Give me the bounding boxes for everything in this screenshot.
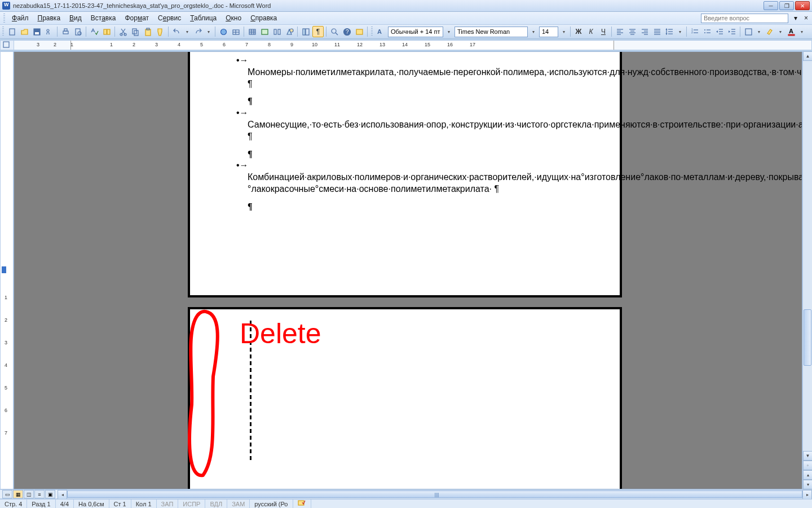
- status-rec[interactable]: ЗАП: [157, 500, 179, 508]
- print-button[interactable]: [60, 26, 71, 37]
- copy-button[interactable]: [130, 26, 141, 37]
- status-line[interactable]: Ст 1: [109, 500, 131, 508]
- redo-dropdown[interactable]: ▾: [204, 29, 213, 34]
- font-selector[interactable]: Times New Roman: [454, 27, 528, 37]
- hyperlink-button[interactable]: [218, 26, 229, 37]
- permissions-button[interactable]: [43, 26, 55, 37]
- status-ovr[interactable]: ЗАМ: [227, 500, 250, 508]
- status-trk[interactable]: ИСПР: [178, 500, 205, 508]
- align-center-button[interactable]: [626, 26, 638, 37]
- horizontal-ruler[interactable]: 321 123 456 789 101112 131415 1617: [0, 40, 812, 50]
- borders-button[interactable]: [743, 26, 754, 37]
- undo-dropdown[interactable]: ▾: [183, 29, 192, 34]
- research-button[interactable]: [101, 26, 112, 37]
- body-text[interactable]: Комбинацией·акриловых·полимеров·и·органи…: [248, 160, 586, 195]
- menu-file[interactable]: Файл: [7, 13, 33, 23]
- increase-indent-button[interactable]: [726, 26, 738, 37]
- vertical-ruler[interactable]: 1 2 3 4 5 6 7: [0, 51, 14, 489]
- align-justify-button[interactable]: [651, 26, 663, 37]
- italic-button[interactable]: К: [585, 26, 597, 37]
- menu-window[interactable]: Окно: [221, 13, 246, 23]
- spellcheck-button[interactable]: [89, 26, 100, 37]
- undo-button[interactable]: [171, 26, 182, 37]
- bullet-list-button[interactable]: [701, 26, 713, 37]
- open-button[interactable]: [19, 26, 30, 37]
- outline-view-button[interactable]: ≡: [34, 490, 45, 498]
- print-preview-button[interactable]: [72, 26, 83, 37]
- highlight-dropdown[interactable]: ▾: [776, 29, 785, 34]
- minimize-button[interactable]: ─: [764, 1, 778, 10]
- borders-dropdown[interactable]: ▾: [754, 29, 764, 34]
- reading-view-button[interactable]: ▣: [45, 490, 55, 498]
- status-page[interactable]: Стр. 4: [0, 500, 27, 508]
- body-text[interactable]: Мономеры·полиметилметакрилата,·получаемы…: [248, 55, 586, 90]
- highlight-button[interactable]: [764, 26, 775, 37]
- status-language[interactable]: русский (Ро: [250, 500, 293, 508]
- horizontal-scrollbar[interactable]: ◂ ▸: [58, 490, 812, 498]
- bold-button[interactable]: Ж: [573, 26, 584, 37]
- drawing-button[interactable]: [284, 26, 295, 37]
- scroll-up-button[interactable]: ▲: [803, 51, 812, 61]
- align-right-button[interactable]: [639, 26, 650, 37]
- tables-borders-button[interactable]: [230, 26, 241, 37]
- status-section[interactable]: Разд 1: [27, 500, 55, 508]
- toolbar-grip[interactable]: [3, 14, 5, 23]
- next-page-button[interactable]: ▾: [803, 480, 812, 489]
- line-spacing-button[interactable]: [664, 26, 675, 37]
- status-position[interactable]: На 0,6см: [74, 500, 109, 508]
- cut-button[interactable]: [117, 26, 129, 37]
- ruler-corner[interactable]: [1, 41, 14, 50]
- document-canvas[interactable]: Мономеры·полиметилметакрилата,·получаемы…: [14, 51, 802, 489]
- font-size-selector[interactable]: 14: [539, 27, 558, 37]
- vertical-scrollbar[interactable]: ▲ ▼ ◦ ▴ ▾: [802, 51, 812, 489]
- menu-edit[interactable]: Правка: [33, 13, 65, 23]
- show-hide-button[interactable]: ¶: [312, 26, 324, 37]
- menu-view[interactable]: Вид: [65, 13, 86, 23]
- help-search-input[interactable]: [701, 14, 788, 23]
- body-text[interactable]: Самонесущие,·то·есть·без·использования·о…: [248, 107, 586, 142]
- help-button[interactable]: ?: [341, 26, 352, 37]
- menu-table[interactable]: Таблица: [186, 13, 221, 23]
- styles-pane-button[interactable]: A: [375, 26, 386, 37]
- new-doc-button[interactable]: [6, 26, 17, 37]
- zoom-button[interactable]: [329, 26, 340, 37]
- insert-worksheet-button[interactable]: [259, 26, 270, 37]
- style-dropdown-icon[interactable]: ▾: [444, 29, 453, 34]
- menu-format[interactable]: Формат: [120, 13, 153, 23]
- print-layout-view-button[interactable]: ▦: [13, 490, 23, 498]
- status-ext[interactable]: ВДЛ: [205, 500, 227, 508]
- insert-table-button[interactable]: [246, 26, 258, 37]
- doc-map-button[interactable]: [300, 26, 311, 37]
- status-column[interactable]: Кол 1: [131, 500, 157, 508]
- scroll-right-button[interactable]: ▸: [802, 490, 812, 500]
- menu-insert[interactable]: Вставка: [86, 13, 121, 23]
- status-spellcheck-icon[interactable]: [293, 500, 311, 508]
- underline-button[interactable]: Ч: [598, 26, 609, 37]
- browse-object-button[interactable]: ◦: [803, 461, 812, 470]
- close-button[interactable]: ✕: [795, 1, 810, 10]
- prev-page-button[interactable]: ▴: [803, 470, 812, 480]
- scroll-thumb[interactable]: [804, 309, 811, 366]
- status-pages[interactable]: 4/4: [56, 500, 74, 508]
- style-selector[interactable]: Обычный + 14 пт: [388, 27, 443, 37]
- font-color-dropdown[interactable]: ▾: [797, 29, 806, 34]
- format-painter-button[interactable]: [155, 26, 166, 37]
- columns-button[interactable]: [271, 26, 283, 37]
- document-page[interactable]: Мономеры·полиметилметакрилата,·получаемы…: [188, 51, 622, 297]
- paste-button[interactable]: [142, 26, 153, 37]
- maximize-button[interactable]: ❐: [779, 1, 794, 10]
- scroll-thumb[interactable]: [67, 491, 802, 498]
- read-mode-button[interactable]: [354, 26, 365, 37]
- scroll-down-button[interactable]: ▼: [803, 451, 812, 461]
- font-color-button[interactable]: A: [785, 26, 797, 37]
- decrease-indent-button[interactable]: [714, 26, 725, 37]
- toolbar-grip[interactable]: [371, 27, 373, 37]
- web-layout-view-button[interactable]: ◫: [24, 490, 34, 498]
- save-button[interactable]: [31, 26, 42, 37]
- align-left-button[interactable]: [614, 26, 625, 37]
- help-dropdown-icon[interactable]: ▾: [789, 13, 798, 23]
- doc-close-button[interactable]: ×: [800, 13, 809, 23]
- redo-button[interactable]: [192, 26, 204, 37]
- size-dropdown-icon[interactable]: ▾: [559, 29, 568, 34]
- normal-view-button[interactable]: ▭: [2, 490, 12, 498]
